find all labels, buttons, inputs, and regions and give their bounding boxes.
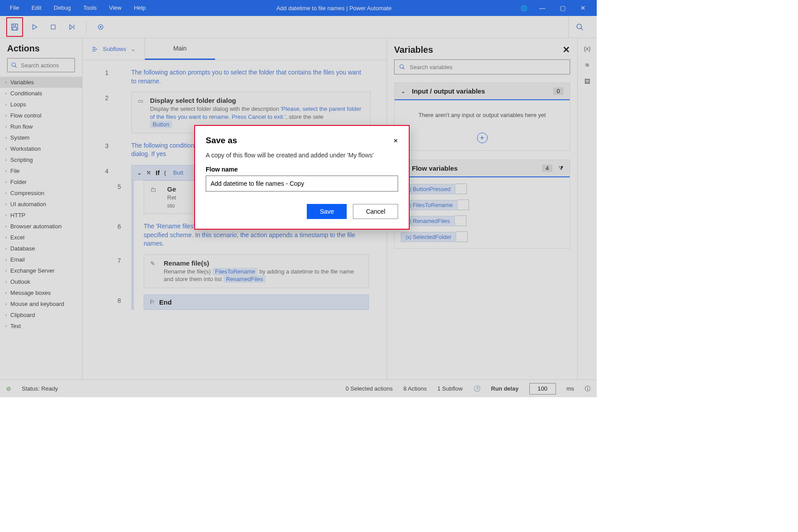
dialog-close-button[interactable]: ✕ [393, 137, 398, 144]
svg-line-11 [403, 68, 405, 70]
minimize-button[interactable]: — [532, 0, 552, 16]
actions-tree-item[interactable]: ›Folder [0, 176, 82, 188]
actions-tree-item[interactable]: ›Excel [0, 232, 82, 243]
branch-icon: ⤲ [146, 169, 151, 176]
actions-tree-item[interactable]: ›Flow control [0, 110, 82, 121]
end-keyword: End [159, 298, 172, 306]
variable-chip[interactable]: FilesToRename [401, 200, 563, 210]
actions-search[interactable]: Search actions [7, 58, 75, 72]
menu-tools[interactable]: Tools [77, 0, 103, 16]
chevron-right-icon: › [5, 168, 7, 173]
actions-tree-item[interactable]: ›Exchange Server [0, 265, 82, 276]
flow-name-input[interactable] [206, 176, 398, 192]
actions-tree-item[interactable]: ›Conditionals [0, 88, 82, 99]
actions-tree-item[interactable]: ›Mouse and keyboard [0, 298, 82, 309]
io-title: Input / output variables [412, 87, 547, 95]
account-icon[interactable]: 🌐 [516, 5, 532, 12]
flow-name-label: Flow name [206, 166, 398, 173]
actions-tree-item[interactable]: ›Variables [0, 77, 82, 88]
maximize-button[interactable]: ▢ [552, 0, 573, 16]
filter-icon[interactable]: ⧩ [559, 165, 563, 172]
actions-tree-item[interactable]: ›Run flow [0, 121, 82, 132]
actions-tree-item[interactable]: ›Compression [0, 188, 82, 199]
actions-tree-item[interactable]: ›Outlook [0, 276, 82, 287]
menu-help[interactable]: Help [128, 0, 152, 16]
tab-main[interactable]: Main [145, 38, 215, 60]
menu-file[interactable]: File [4, 0, 25, 16]
actions-tree-item[interactable]: ›Loops [0, 99, 82, 110]
dialog-subtitle: A copy of this flow will be created and … [206, 152, 398, 159]
variable-chip[interactable]: RenamedFiles [401, 215, 563, 226]
menu-edit[interactable]: Edit [25, 0, 47, 16]
variables-search-placeholder: Search variables [410, 64, 453, 70]
right-gutter: {x} ≋ 🖼 [577, 38, 597, 379]
tree-label: Excel [10, 234, 24, 241]
step-number: 2 [82, 92, 131, 140]
tree-label: Email [10, 256, 25, 263]
chevron-right-icon: › [5, 180, 7, 184]
main-menu: File Edit Debug Tools View Help [4, 0, 152, 16]
actions-tree-item[interactable]: ›File [0, 165, 82, 176]
actions-tree-item[interactable]: ›Clipboard [0, 309, 82, 321]
layers-icon[interactable]: ≋ [585, 62, 590, 68]
run-delay-unit: ms [567, 385, 574, 392]
actions-panel: Actions Search actions ›Variables›Condit… [0, 38, 82, 379]
tree-label: Run flow [10, 123, 33, 130]
chevron-down-icon[interactable]: ⌄ [401, 88, 406, 94]
tree-label: Workstation [10, 145, 40, 152]
variable-chip[interactable]: SelectedFolder [401, 231, 563, 242]
save-button[interactable] [8, 20, 22, 34]
chevron-right-icon: › [5, 135, 7, 140]
action-card[interactable]: ✎ Rename file(s) Rename the file(s) File… [144, 254, 369, 288]
save-button[interactable]: Save [307, 204, 347, 219]
dialog-title: Save as [206, 136, 393, 145]
subflows-icon [91, 46, 98, 53]
step-button[interactable] [65, 20, 79, 34]
actions-tree-item[interactable]: ›Email [0, 254, 82, 265]
status-subflows: 1 Subflow [437, 385, 462, 392]
variable-name: SelectedFolder [401, 232, 456, 242]
variables-tab-icon[interactable]: {x} [584, 45, 591, 52]
end-block[interactable]: ⚐ End [144, 294, 369, 310]
chevron-right-icon: › [5, 124, 7, 129]
actions-tree-item[interactable]: ›Workstation [0, 143, 82, 154]
chevron-right-icon: › [5, 213, 7, 218]
variable-chip[interactable]: ButtonPressed [401, 184, 563, 194]
actions-tree-item[interactable]: ›Scripting [0, 154, 82, 165]
run-delay-input[interactable] [529, 383, 556, 395]
stop-button[interactable] [46, 20, 60, 34]
add-variable-button[interactable]: + [477, 133, 488, 143]
window-title: Add datetime to file names | Power Autom… [152, 5, 516, 12]
status-actions: 8 Actions [403, 385, 427, 392]
variables-search[interactable]: Search variables [394, 59, 570, 74]
action-desc: Rename the file(s) FilesToRename by addi… [164, 268, 362, 283]
actions-tree-item[interactable]: ›Database [0, 243, 82, 254]
subflows-dropdown[interactable]: Subflows ⌄ [82, 38, 145, 60]
step-comment[interactable]: The following action prompts you to sele… [131, 66, 362, 92]
chevron-right-icon: › [5, 157, 7, 162]
search-button[interactable] [568, 16, 591, 38]
images-icon[interactable]: 🖼 [584, 78, 590, 85]
info-icon[interactable]: ⓘ [585, 385, 591, 393]
actions-tree-item[interactable]: ›System [0, 132, 82, 143]
actions-tree-item[interactable]: ›Message boxes [0, 287, 82, 298]
actions-tree-item[interactable]: ›UI automation [0, 199, 82, 210]
titlebar: File Edit Debug Tools View Help Add date… [0, 0, 597, 16]
menu-debug[interactable]: Debug [47, 0, 77, 16]
flag-icon: ⚐ [149, 299, 155, 305]
chevron-right-icon: › [5, 202, 7, 207]
chevron-right-icon: › [5, 290, 7, 295]
actions-heading: Actions [0, 38, 82, 58]
cancel-button[interactable]: Cancel [353, 204, 398, 219]
actions-tree-item[interactable]: ›Text [0, 321, 82, 332]
close-button[interactable]: ✕ [573, 0, 593, 16]
record-button[interactable] [94, 20, 108, 34]
actions-tree-item[interactable]: ›Browser automation [0, 221, 82, 232]
chevron-right-icon: › [5, 91, 7, 96]
menu-view[interactable]: View [103, 0, 128, 16]
close-panel-button[interactable]: ✕ [563, 44, 570, 55]
actions-tree-item[interactable]: ›HTTP [0, 210, 82, 221]
dialog-icon: ▭ [138, 97, 144, 104]
svg-point-6 [577, 24, 582, 29]
run-button[interactable] [27, 20, 42, 34]
